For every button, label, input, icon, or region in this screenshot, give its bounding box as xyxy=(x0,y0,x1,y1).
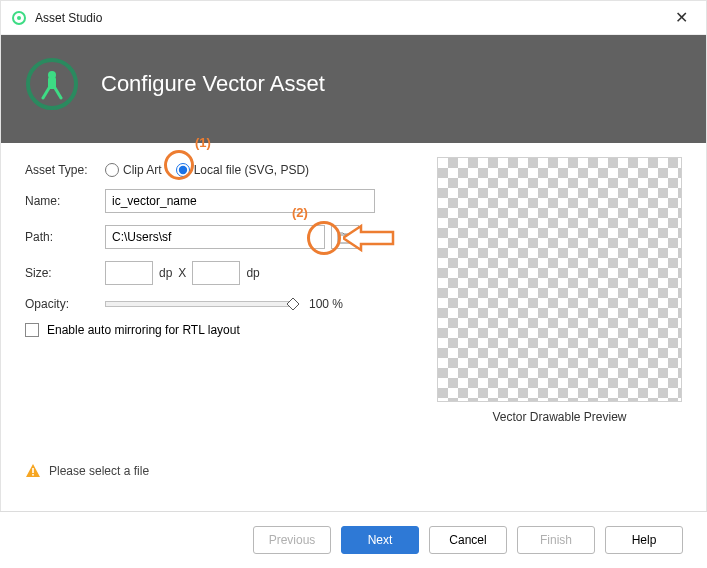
name-row: Name: xyxy=(25,189,385,213)
rtl-row[interactable]: Enable auto mirroring for RTL layout xyxy=(25,323,385,337)
size-row: Size: dp X dp xyxy=(25,261,385,285)
svg-point-1 xyxy=(17,16,21,20)
window-title: Asset Studio xyxy=(35,11,667,25)
radio-clip-art-label: Clip Art xyxy=(123,163,162,177)
radio-local-file[interactable]: Local file (SVG, PSD) xyxy=(176,163,309,177)
radio-local-file-input[interactable] xyxy=(176,163,190,177)
asset-type-row: Asset Type: Clip Art Local file (SVG, PS… xyxy=(25,163,385,177)
svg-rect-10 xyxy=(32,474,34,476)
radio-clip-art[interactable]: Clip Art xyxy=(105,163,162,177)
previous-button[interactable]: Previous xyxy=(253,526,331,554)
rtl-label: Enable auto mirroring for RTL layout xyxy=(47,323,240,337)
preview-canvas xyxy=(437,157,682,402)
radio-local-file-label: Local file (SVG, PSD) xyxy=(194,163,309,177)
warning-message: Please select a file xyxy=(25,463,149,479)
size-height-input[interactable] xyxy=(192,261,240,285)
size-separator: X xyxy=(178,266,186,280)
android-studio-logo-icon xyxy=(25,57,79,111)
help-button[interactable]: Help xyxy=(605,526,683,554)
page-title: Configure Vector Asset xyxy=(101,71,325,97)
size-width-input[interactable] xyxy=(105,261,153,285)
browse-button[interactable] xyxy=(331,225,359,249)
size-unit-h: dp xyxy=(246,266,259,280)
warning-text: Please select a file xyxy=(49,464,149,478)
svg-line-5 xyxy=(43,88,49,98)
cancel-button[interactable]: Cancel xyxy=(429,526,507,554)
svg-line-6 xyxy=(55,88,61,98)
slider-thumb-icon xyxy=(286,297,300,311)
preview-panel: Vector Drawable Preview xyxy=(437,157,682,424)
close-icon[interactable]: ✕ xyxy=(667,4,696,31)
svg-rect-9 xyxy=(32,468,34,473)
content-area: Asset Type: Clip Art Local file (SVG, PS… xyxy=(1,143,706,493)
opacity-slider[interactable] xyxy=(105,301,295,307)
header: Configure Vector Asset xyxy=(1,35,706,143)
warning-icon xyxy=(25,463,41,479)
svg-marker-7 xyxy=(287,298,299,310)
footer: Previous Next Cancel Finish Help xyxy=(0,511,707,568)
app-icon xyxy=(11,10,27,26)
folder-icon xyxy=(337,230,353,244)
next-button[interactable]: Next xyxy=(341,526,419,554)
rtl-checkbox[interactable] xyxy=(25,323,39,337)
radio-clip-art-input[interactable] xyxy=(105,163,119,177)
finish-button[interactable]: Finish xyxy=(517,526,595,554)
preview-label: Vector Drawable Preview xyxy=(437,410,682,424)
opacity-value: 100 % xyxy=(309,297,349,311)
name-label: Name: xyxy=(25,194,105,208)
name-input[interactable] xyxy=(105,189,375,213)
size-label: Size: xyxy=(25,266,105,280)
titlebar: Asset Studio ✕ xyxy=(1,1,706,35)
asset-type-label: Asset Type: xyxy=(25,163,105,177)
opacity-row: Opacity: 100 % xyxy=(25,297,385,311)
path-label: Path: xyxy=(25,230,105,244)
size-unit-w: dp xyxy=(159,266,172,280)
path-input[interactable] xyxy=(105,225,325,249)
path-row: Path: xyxy=(25,225,385,249)
opacity-label: Opacity: xyxy=(25,297,105,311)
